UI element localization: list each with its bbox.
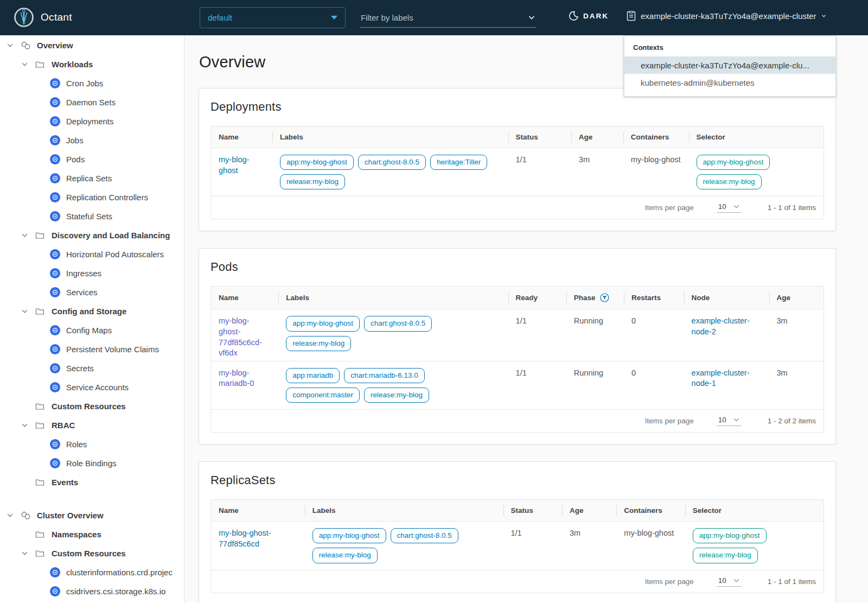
sidebar-item-persistent-volume-claims[interactable]: Persistent Volume Claims bbox=[0, 340, 184, 359]
chevron-placeholder bbox=[21, 402, 35, 411]
column-header-containers[interactable]: Containers bbox=[616, 500, 685, 521]
chevron-down-icon[interactable] bbox=[21, 60, 35, 69]
selector-badge[interactable]: app:my-blog-ghost bbox=[697, 155, 770, 170]
resource-link[interactable]: my-blog-mariadb-0 bbox=[219, 369, 254, 388]
chevron-down-icon[interactable] bbox=[7, 511, 21, 520]
chevron-down-icon[interactable] bbox=[527, 13, 536, 22]
resource-link[interactable]: example-cluster-node-1 bbox=[692, 369, 750, 388]
table-cell: my-blog-mariadb-0 bbox=[211, 361, 278, 409]
column-header-selector[interactable]: Selector bbox=[685, 500, 824, 521]
column-header-status[interactable]: Status bbox=[503, 500, 562, 521]
label-badge[interactable]: app:my-blog-ghost bbox=[286, 316, 360, 331]
resource-link[interactable]: my-blog-ghost-77df85c6cd bbox=[219, 529, 271, 548]
sidebar-item-overview[interactable]: Overview bbox=[0, 36, 184, 55]
selector-badge[interactable]: release:my-blog bbox=[693, 548, 758, 563]
sidebar-item-events[interactable]: Events bbox=[0, 473, 184, 492]
label-badge[interactable]: component:master bbox=[286, 388, 360, 403]
applications-icon bbox=[21, 40, 35, 51]
brand[interactable]: Octant bbox=[14, 8, 72, 27]
column-header-labels[interactable]: Labels bbox=[278, 287, 508, 309]
namespace-select[interactable]: default bbox=[200, 7, 346, 28]
column-header-containers[interactable]: Containers bbox=[623, 126, 689, 148]
column-header-age[interactable]: Age bbox=[571, 126, 623, 148]
sidebar-item-ingresses[interactable]: Ingresses bbox=[0, 264, 184, 283]
selector-badge[interactable]: release:my-blog bbox=[697, 174, 762, 189]
label-badge[interactable]: release:my-blog bbox=[312, 548, 378, 563]
sidebar-item-discovery-and-load-balancing[interactable]: Discovery and Load Balancing bbox=[0, 226, 184, 245]
chevron-down-icon[interactable] bbox=[21, 421, 35, 430]
daemonsets-icon bbox=[50, 97, 64, 108]
sidebar-item-pods[interactable]: Pods bbox=[0, 150, 184, 169]
sidebar-item-namespaces[interactable]: Namespaces bbox=[0, 525, 184, 544]
sidebar-item-custom-resources[interactable]: Custom Resources bbox=[0, 397, 184, 416]
context-menu-item[interactable]: kubernetes-admin@kubernetes bbox=[624, 74, 835, 91]
applications-icon bbox=[21, 510, 35, 521]
sidebar-item-workloads[interactable]: Workloads bbox=[0, 55, 184, 74]
column-header-status[interactable]: Status bbox=[508, 126, 571, 148]
sidebar-item-service-accounts[interactable]: Service Accounts bbox=[0, 378, 184, 397]
sidebar-item-replication-controllers[interactable]: Replication Controllers bbox=[0, 188, 184, 207]
column-header-age[interactable]: Age bbox=[562, 500, 616, 521]
sidebar-item-services[interactable]: Services bbox=[0, 283, 184, 302]
sidebar-item-cluster-overview[interactable]: Cluster Overview bbox=[0, 506, 184, 525]
sidebar-item-config-and-storage[interactable]: Config and Storage bbox=[0, 302, 184, 321]
chevron-down-icon[interactable] bbox=[21, 549, 35, 558]
label-badge[interactable]: app:my-blog-ghost bbox=[312, 528, 386, 543]
sidebar-item-deployments[interactable]: Deployments bbox=[0, 112, 184, 131]
resource-link[interactable]: my-blog-ghost-77df85c6cd-vf6dx bbox=[219, 316, 262, 357]
column-header-name[interactable]: Name bbox=[211, 126, 272, 148]
column-header-ready[interactable]: Ready bbox=[508, 287, 566, 309]
dark-theme-toggle[interactable]: DARK bbox=[569, 11, 609, 21]
column-header-age[interactable]: Age bbox=[769, 287, 824, 309]
label-badge[interactable]: release:my-blog bbox=[280, 174, 345, 189]
sidebar-item-stateful-sets[interactable]: Stateful Sets bbox=[0, 207, 184, 226]
column-header-name[interactable]: Name bbox=[211, 287, 278, 309]
label-badge[interactable]: release:my-blog bbox=[286, 336, 351, 351]
page-size-select[interactable]: 10 bbox=[717, 202, 742, 213]
label-filter-input[interactable] bbox=[360, 12, 527, 23]
chevron-down-icon[interactable] bbox=[21, 307, 35, 316]
column-header-phase[interactable]: Phase bbox=[566, 287, 624, 309]
sidebar-item-role-bindings[interactable]: Role Bindings bbox=[0, 454, 184, 473]
selector-badge[interactable]: app:my-blog-ghost bbox=[693, 528, 767, 543]
label-badge[interactable]: chart:ghost-8.0.5 bbox=[358, 155, 426, 170]
label-badge[interactable]: app:my-blog-ghost bbox=[280, 155, 354, 170]
context-menu-item[interactable]: example-cluster-ka3TuTzYo4a@example-clu.… bbox=[624, 56, 835, 74]
sidebar-item-cron-jobs[interactable]: Cron Jobs bbox=[0, 74, 184, 93]
sidebar-item-roles[interactable]: Roles bbox=[0, 435, 184, 454]
sidebar-item-replica-sets[interactable]: Replica Sets bbox=[0, 169, 184, 188]
sidebar-item-clusterinformations-crd-projec[interactable]: clusterinformations.crd.projec bbox=[0, 563, 184, 582]
page-size-select[interactable]: 10 bbox=[717, 576, 742, 587]
sidebar-item-jobs[interactable]: Jobs bbox=[0, 131, 184, 150]
sidebar-item-secrets[interactable]: Secrets bbox=[0, 359, 184, 378]
filter-icon[interactable] bbox=[600, 293, 609, 302]
resource-link[interactable]: my-blog-ghost bbox=[219, 155, 249, 175]
chevron-down-icon[interactable] bbox=[21, 231, 35, 240]
label-badge[interactable]: release:my-blog bbox=[364, 388, 429, 403]
page-size-select[interactable]: 10 bbox=[717, 416, 742, 426]
table-cell: 3m bbox=[769, 361, 824, 409]
column-header-labels[interactable]: Labels bbox=[305, 500, 503, 521]
sidebar-item-horizontal-pod-autoscalers[interactable]: Horizontal Pod Autoscalers bbox=[0, 245, 184, 264]
persistentvolumeclaims-icon bbox=[50, 344, 64, 355]
context-switcher[interactable]: example-cluster-ka3TuTzYo4a@example-clus… bbox=[627, 11, 827, 21]
label-badge[interactable]: heritage:Tiller bbox=[430, 155, 487, 170]
sidebar-item-custom-resources[interactable]: Custom Resources bbox=[0, 544, 184, 563]
cronjobs-icon bbox=[50, 78, 64, 89]
column-header-selector[interactable]: Selector bbox=[689, 126, 824, 148]
sidebar-item-config-maps[interactable]: Config Maps bbox=[0, 321, 184, 340]
label-badge[interactable]: app:mariadb bbox=[286, 368, 340, 383]
chevron-down-icon[interactable] bbox=[7, 41, 21, 50]
column-header-name[interactable]: Name bbox=[211, 500, 305, 521]
column-header-node[interactable]: Node bbox=[684, 287, 769, 309]
column-header-labels[interactable]: Labels bbox=[272, 126, 508, 148]
label-badge[interactable]: chart:mariadb-6.13.0 bbox=[344, 368, 425, 383]
label-badge[interactable]: chart:ghost-8.0.5 bbox=[391, 528, 458, 543]
sidebar-item-label: Service Accounts bbox=[66, 383, 129, 392]
column-header-restarts[interactable]: Restarts bbox=[624, 287, 684, 309]
sidebar-item-rbac[interactable]: RBAC bbox=[0, 416, 184, 435]
label-badge[interactable]: chart:ghost-8.0.5 bbox=[364, 316, 432, 331]
sidebar-item-daemon-sets[interactable]: Daemon Sets bbox=[0, 93, 184, 112]
sidebar-item-csidrivers-csi-storage-k8s-io[interactable]: csidrivers.csi.storage.k8s.io bbox=[0, 582, 184, 601]
resource-link[interactable]: example-cluster-node-2 bbox=[692, 316, 750, 336]
